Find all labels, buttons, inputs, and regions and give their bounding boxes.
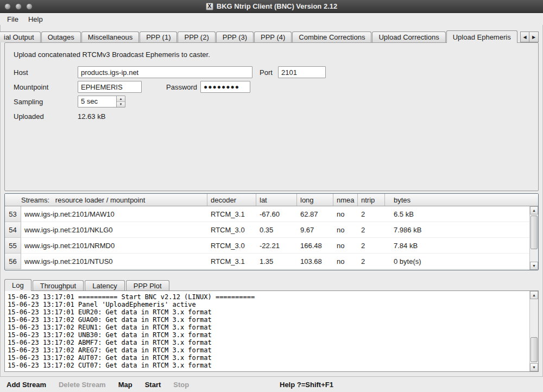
log-line: 15-06-23 13:17:02 AUT07: Get data in RTC… xyxy=(8,354,528,362)
streams-scrollbar[interactable]: ▲ ▼ xyxy=(529,206,538,270)
scroll-down-icon: ▼ xyxy=(532,264,536,268)
title-wrap: X BKG Ntrip Client (BNC) Version 2.12 xyxy=(206,2,337,10)
stream-cell-long: 103.68 xyxy=(297,254,333,269)
mountpoint-label: Mountpoint xyxy=(14,83,78,91)
tab-ppp-3[interactable]: PPP (3) xyxy=(216,31,254,42)
stream-row-54[interactable]: 54www.igs-ip.net:2101/NKLG0RTCM_3.00.359… xyxy=(5,222,538,238)
tab-ppp-2[interactable]: PPP (2) xyxy=(178,31,215,42)
header-long[interactable]: long xyxy=(297,194,333,206)
x11-app-icon: X xyxy=(206,3,213,10)
tab-ppp-1[interactable]: PPP (1) xyxy=(140,31,177,42)
zoom-button[interactable] xyxy=(26,3,33,10)
bottom-tab-throughput[interactable]: Throughput xyxy=(33,280,84,290)
uploaded-row: Uploaded 12.63 kB xyxy=(14,110,529,122)
title-bar: X BKG Ntrip Client (BNC) Version 2.12 xyxy=(0,0,543,13)
bottom-tab-log[interactable]: Log xyxy=(4,279,31,291)
log-line: 15-06-23 13:17:01 EUR20: Get data in RTC… xyxy=(8,308,528,316)
close-button[interactable] xyxy=(4,3,11,10)
tab-ppp-4[interactable]: PPP (4) xyxy=(254,31,292,42)
menu-file[interactable]: File xyxy=(2,14,23,24)
tab-upload-corrections[interactable]: Upload Corrections xyxy=(372,31,445,42)
streams-table: Streams: resource loader / mountpoint de… xyxy=(4,193,539,270)
stream-cell-lat: 0.35 xyxy=(256,222,297,238)
bottom-tab-latency[interactable]: Latency xyxy=(85,280,125,290)
tab-scroll-left-button[interactable]: ◀ xyxy=(520,31,529,42)
sampling-label: Sampling xyxy=(14,98,78,106)
stream-cell-lat: 1.35 xyxy=(256,254,297,269)
minimize-button[interactable] xyxy=(15,3,22,10)
header-lat[interactable]: lat xyxy=(256,194,297,206)
tab-miscellaneous[interactable]: Miscellaneous xyxy=(81,31,139,42)
stop-button: Stop xyxy=(173,381,189,389)
add-stream-button[interactable]: Add Stream xyxy=(7,381,46,389)
spin-down-button[interactable]: ▼ xyxy=(117,102,125,108)
stream-row-53[interactable]: 53www.igs-ip.net:2101/MAW10RTCM_3.1-67.6… xyxy=(5,206,538,222)
spin-up-button[interactable]: ▲ xyxy=(117,96,125,102)
stream-cell-decoder: RTCM_3.1 xyxy=(207,254,256,269)
scroll-down-icon: ▼ xyxy=(532,365,536,369)
menu-bar: FileHelp xyxy=(0,13,543,25)
mountpoint-input[interactable] xyxy=(78,81,142,93)
log-line: 15-06-23 13:17:02 GUAO0: Get data in RTC… xyxy=(8,316,528,324)
header-bytes[interactable]: bytes xyxy=(385,194,538,206)
log-line: 15-06-23 13:17:02 ABMF7: Get data in RTC… xyxy=(8,339,528,346)
scroll-up-button[interactable]: ▲ xyxy=(530,206,538,214)
stream-cell-resource: www.igs-ip.net:2101/NKLG0 xyxy=(21,222,207,238)
scrollbar-thumb[interactable] xyxy=(531,337,538,362)
password-label: Password xyxy=(166,83,200,91)
tab-outages[interactable]: Outages xyxy=(41,31,81,42)
stream-cell-resource: www.igs-ip.net:2101/NTUS0 xyxy=(21,254,207,269)
scroll-down-button[interactable]: ▼ xyxy=(530,363,538,371)
sampling-spinbox[interactable]: 5 sec ▲ ▼ xyxy=(78,96,125,108)
sampling-row: Sampling 5 sec ▲ ▼ xyxy=(14,96,529,108)
menu-help[interactable]: Help xyxy=(23,14,48,24)
map-button[interactable]: Map xyxy=(118,381,132,389)
tab-next-icon: ▶ xyxy=(532,35,535,40)
scroll-up-icon: ▲ xyxy=(532,293,536,297)
host-label: Host xyxy=(14,68,78,77)
stream-row-55[interactable]: 55www.igs-ip.net:2101/NRMD0RTCM_3.0-22.2… xyxy=(5,238,538,254)
start-button[interactable]: Start xyxy=(145,381,161,389)
stream-cell-nmea: no xyxy=(333,254,358,269)
tab-ial-output[interactable]: ial Output xyxy=(0,31,41,42)
stream-cell-decoder: RTCM_3.0 xyxy=(207,222,256,238)
stream-cell-bytes: 0 byte(s) xyxy=(385,254,538,269)
host-input[interactable] xyxy=(78,66,252,78)
log-line: 15-06-23 13:17:02 AREG7: Get data in RTC… xyxy=(8,346,528,354)
tab-prev-icon: ◀ xyxy=(523,35,526,40)
log-content[interactable]: 15-06-23 13:17:01 ========== Start BNC v… xyxy=(8,293,528,370)
tab-upload-ephemeris[interactable]: Upload Ephemeris xyxy=(446,30,517,43)
spin-up-icon: ▲ xyxy=(119,97,123,100)
log-line: 15-06-23 13:17:01 Panel 'UploadEphemeris… xyxy=(8,301,528,308)
host-row: Host Port xyxy=(14,66,529,78)
log-line: 15-06-23 13:17:01 ========== Start BNC v… xyxy=(8,293,528,301)
password-input[interactable] xyxy=(200,81,250,93)
stream-cell-lat: -22.21 xyxy=(256,238,297,254)
stream-cell-decoder: RTCM_3.0 xyxy=(207,238,256,254)
stream-cell-num: 54 xyxy=(5,222,21,238)
stream-row-56[interactable]: 56www.igs-ip.net:2101/NTUS0RTCM_3.11.351… xyxy=(5,254,538,269)
bottom-tab-ppp-plot[interactable]: PPP Plot xyxy=(126,280,169,290)
tab-combine-corrections[interactable]: Combine Corrections xyxy=(292,31,371,42)
mountpoint-row: Mountpoint Password xyxy=(14,81,529,93)
tab-scroll-right-button[interactable]: ▶ xyxy=(529,31,539,42)
app-window: X BKG Ntrip Client (BNC) Version 2.12 Fi… xyxy=(0,0,543,392)
log-scrollbar[interactable]: ▲ ▼ xyxy=(529,291,538,371)
header-ntrip[interactable]: ntrip xyxy=(358,194,385,206)
stream-cell-ntrip: 2 xyxy=(358,238,385,254)
header-streams-resource[interactable]: Streams: resource loader / mountpoint xyxy=(5,194,207,206)
streams-table-header: Streams: resource loader / mountpoint de… xyxy=(5,194,538,206)
header-decoder[interactable]: decoder xyxy=(207,194,256,206)
port-input[interactable] xyxy=(278,66,326,78)
log-line: 15-06-23 13:17:02 CUT07: Get data in RTC… xyxy=(8,362,528,369)
stream-cell-long: 62.87 xyxy=(297,206,333,222)
tab-bar: ial OutputOutagesMiscellaneousPPP (1)PPP… xyxy=(0,30,543,42)
header-nmea[interactable]: nmea xyxy=(333,194,358,206)
stream-cell-bytes: 7.84 kB xyxy=(385,238,538,254)
window-title: BKG Ntrip Client (BNC) Version 2.12 xyxy=(217,2,337,10)
stream-cell-bytes: 6.5 kB xyxy=(385,206,538,222)
spin-down-icon: ▼ xyxy=(119,103,123,106)
scroll-down-button[interactable]: ▼ xyxy=(530,262,538,270)
scrollbar-thumb[interactable] xyxy=(531,216,538,249)
scroll-up-button[interactable]: ▲ xyxy=(530,291,538,299)
